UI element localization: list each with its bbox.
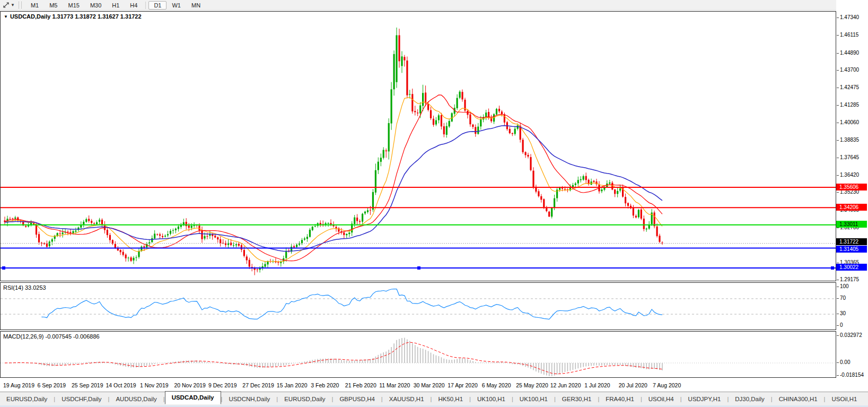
axis-tick-label: 1.37645 <box>840 154 859 160</box>
date-label: 1 Nov 2019 <box>140 382 169 388</box>
price-badge: 1.34206 <box>836 204 867 211</box>
macd-label: MACD(12,26,9) -0.007545 -0.006886 <box>3 333 100 340</box>
tool-dropdown-caret-icon[interactable]: ▼ <box>11 3 15 7</box>
axis-tick-label: 1.46115 <box>840 32 858 38</box>
crosshair-tool-icon[interactable] <box>3 2 10 8</box>
date-label: 7 Aug 2020 <box>653 382 681 388</box>
macd-chart[interactable] <box>1 332 836 377</box>
chart-tab-usdjpy-h1-14[interactable]: USDJPY,H1 <box>682 394 727 404</box>
date-label: 30 Mar 2020 <box>414 382 445 388</box>
time-axis: 19 Aug 20196 Sep 201925 Sep 201914 Oct 2… <box>0 378 836 392</box>
axis-tick-label: 1.36420 <box>840 172 859 178</box>
chart-tab-usoil-h1-17[interactable]: USOil,H1 <box>825 394 863 404</box>
chart-tab-eurusd-daily-0[interactable]: EURUSD,Daily <box>0 394 54 404</box>
chart-tab-uk100-h1-9[interactable]: UK100,H1 <box>471 394 512 404</box>
axis-tick-label: 0 <box>840 322 843 328</box>
date-label: 6 May 2020 <box>482 382 511 388</box>
price-badge: 1.31405 <box>836 246 867 253</box>
chart-title: ▼ USDCAD,Daily 1.31773 1.31872 1.31627 1… <box>4 13 142 20</box>
candlestick-chart[interactable] <box>1 12 836 281</box>
chart-tab-china300-h1-16[interactable]: CHINA300,H1 <box>773 394 824 404</box>
timeframe-button-group: M1M5M15M30H1H4D1W1MN <box>25 1 206 10</box>
price-badge: 1.33011 <box>836 221 867 228</box>
date-label: 14 Oct 2019 <box>106 382 136 388</box>
axis-tick-label: 1.41285 <box>840 102 859 108</box>
macd-panel[interactable]: MACD(12,26,9) -0.007545 -0.006886 <box>0 331 836 378</box>
date-label: 9 Dec 2019 <box>208 382 237 388</box>
date-label: 21 Feb 2020 <box>345 382 376 388</box>
timeframe-button-m1[interactable]: M1 <box>25 1 44 10</box>
timeframe-button-m5[interactable]: M5 <box>44 1 63 10</box>
chart-tab-hk50-h1-8[interactable]: HK50,H1 <box>432 394 469 404</box>
axis-tick-label: 1.29175 <box>840 276 859 282</box>
date-label: 19 Aug 2019 <box>3 382 34 388</box>
axis-tick-label: 1.44890 <box>840 50 859 56</box>
chart-tab-uk100-h1-10[interactable]: UK100,H1 <box>513 394 554 404</box>
chart-tab-gbpusd-h4-6[interactable]: GBPUSD,H4 <box>333 394 381 404</box>
toolbar-grip[interactable] <box>19 2 22 8</box>
chart-tab-ger30-h1-11[interactable]: GER30,H1 <box>556 394 598 404</box>
chart-tab-bar: EURUSD,Daily|USDCHF,Daily|AUDUSD,Daily|U… <box>0 392 868 406</box>
date-label: 27 Dec 2019 <box>242 382 274 388</box>
axis-tick-label: 100 <box>840 283 849 289</box>
chart-tab-usdcnh-daily-4[interactable]: USDCNH,Daily <box>222 394 276 404</box>
timeframe-button-w1[interactable]: W1 <box>166 1 186 10</box>
axis-tick-label: 30 <box>840 310 846 316</box>
date-label: 20 Nov 2019 <box>174 382 206 388</box>
date-label: 15 Jan 2020 <box>277 382 308 388</box>
chart-tab-xauusd-h1-7[interactable]: XAUUSD,H1 <box>383 394 431 404</box>
axis-tick-label: 1.40060 <box>840 119 859 125</box>
date-label: 12 Jun 2020 <box>550 382 581 388</box>
date-label: 11 Mar 2020 <box>379 382 410 388</box>
date-label: 1 Jul 2020 <box>584 382 610 388</box>
timeframe-button-d1[interactable]: D1 <box>148 1 166 10</box>
tab-nav: ◄► <box>863 396 868 402</box>
axis-tick-label: 0.00 <box>840 359 850 365</box>
top-toolbar: ▼ M1M5M15M30H1H4D1W1MN <box>0 0 868 11</box>
chart-tab-usdcad-daily-3[interactable]: USDCAD,Daily <box>165 391 221 404</box>
chart-tab-fra40-h1-12[interactable]: FRA40,H1 <box>599 394 641 404</box>
axis-tick-label: 1.42475 <box>840 84 859 90</box>
price-badge: 1.35606 <box>836 184 867 190</box>
timeframe-button-mn[interactable]: MN <box>186 1 206 10</box>
price-badge: 1.30022 <box>836 264 867 271</box>
main-chart-panel[interactable]: ▼ USDCAD,Daily 1.31773 1.31872 1.31627 1… <box>0 11 836 281</box>
chart-tab-usoil-h4-13[interactable]: USOil,H4 <box>642 394 680 404</box>
chart-tab-dj30-daily-15[interactable]: DJ30,Daily <box>729 394 771 404</box>
date-label: 17 Apr 2020 <box>448 382 478 388</box>
timeframe-button-h1[interactable]: H1 <box>107 1 125 10</box>
timeframe-button-m30[interactable]: M30 <box>85 1 107 10</box>
trading-app-window: ▼ M1M5M15M30H1H4D1W1MN ▼ USDCAD,Daily 1.… <box>0 0 868 407</box>
rsi-label: RSI(14) 33.0253 <box>3 284 46 291</box>
date-label: 20 Jul 2020 <box>619 382 647 388</box>
price-badge: 1.31722 <box>836 238 867 245</box>
chart-tab-usdchf-daily-1[interactable]: USDCHF,Daily <box>55 394 108 404</box>
chart-tab-audusd-daily-2[interactable]: AUDUSD,Daily <box>109 394 163 404</box>
price-axis: 1.473401.461151.448901.437001.424751.412… <box>836 0 868 407</box>
date-label: 25 May 2020 <box>516 382 548 388</box>
timeframe-button-m15[interactable]: M15 <box>63 1 84 10</box>
chart-tab-eurusd-daily-5[interactable]: EURUSD,Daily <box>278 394 331 404</box>
axis-tick-label: 0.032972 <box>840 332 862 338</box>
toolbar-separator <box>145 2 146 9</box>
date-label: 6 Sep 2019 <box>37 382 66 388</box>
date-label: 25 Sep 2019 <box>72 382 103 388</box>
axis-tick-label: 1.38835 <box>840 137 859 143</box>
rsi-panel[interactable]: RSI(14) 33.0253 <box>0 282 836 330</box>
rsi-chart[interactable] <box>1 283 836 330</box>
symbol-caret-icon[interactable]: ▼ <box>4 14 8 19</box>
axis-tick-label: -0.018154 <box>840 372 864 378</box>
timeframe-button-h4[interactable]: H4 <box>125 1 143 10</box>
axis-tick-label: 1.43700 <box>840 67 859 73</box>
axis-tick-label: 70 <box>840 295 846 301</box>
date-label: 3 Feb 2020 <box>311 382 339 388</box>
axis-tick-label: 1.47340 <box>840 14 859 20</box>
chart-title-text: USDCAD,Daily 1.31773 1.31872 1.31627 1.3… <box>10 13 142 20</box>
